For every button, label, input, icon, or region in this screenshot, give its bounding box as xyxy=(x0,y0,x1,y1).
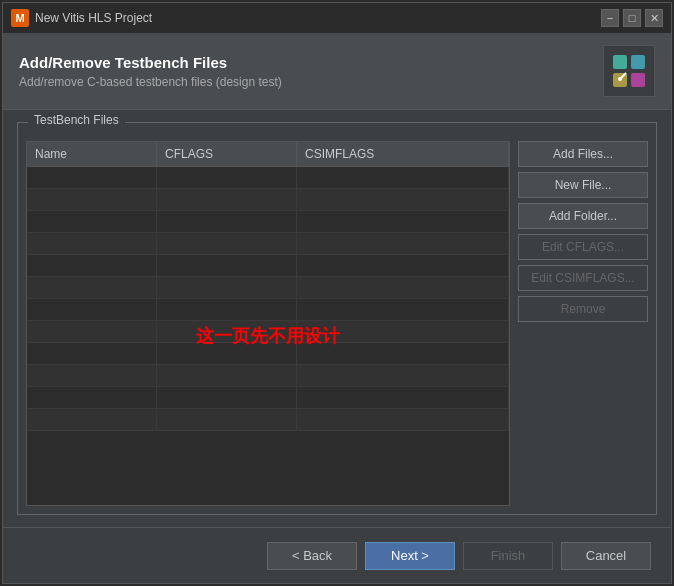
svg-rect-1 xyxy=(631,55,645,69)
column-header-name: Name xyxy=(27,142,157,166)
add-folder-button[interactable]: Add Folder... xyxy=(518,203,648,229)
window-title: New Vitis HLS Project xyxy=(35,11,595,25)
remove-button[interactable]: Remove xyxy=(518,296,648,322)
add-files-button[interactable]: Add Files... xyxy=(518,141,648,167)
page-subtitle: Add/remove C-based testbench files (desi… xyxy=(19,75,282,89)
svg-point-5 xyxy=(618,77,622,81)
back-button[interactable]: < Back xyxy=(267,542,357,570)
table-row[interactable] xyxy=(27,277,509,299)
maximize-button[interactable]: □ xyxy=(623,9,641,27)
table-row[interactable] xyxy=(27,343,509,365)
cancel-button[interactable]: Cancel xyxy=(561,542,651,570)
column-header-csimflags: CSIMFLAGS xyxy=(297,142,509,166)
column-header-cflags: CFLAGS xyxy=(157,142,297,166)
table-row[interactable] xyxy=(27,299,509,321)
table-area: Name CFLAGS CSIMFLAGS xyxy=(18,133,656,514)
table-body[interactable]: 这一页先不用设计 xyxy=(27,167,509,505)
svg-rect-3 xyxy=(631,73,645,87)
page-header: Add/Remove Testbench Files Add/remove C-… xyxy=(3,33,671,110)
next-button[interactable]: Next > xyxy=(365,542,455,570)
table-row[interactable] xyxy=(27,365,509,387)
title-bar: M New Vitis HLS Project − □ ✕ xyxy=(3,3,671,33)
header-text: Add/Remove Testbench Files Add/remove C-… xyxy=(19,54,282,89)
window-controls: − □ ✕ xyxy=(601,9,663,27)
table-row[interactable] xyxy=(27,321,509,343)
window: M New Vitis HLS Project − □ ✕ Add/Remove… xyxy=(2,2,672,584)
footer: < Back Next > Finish Cancel xyxy=(3,527,671,583)
table-row[interactable] xyxy=(27,211,509,233)
svg-rect-0 xyxy=(613,55,627,69)
main-content: TestBench Files Name CFLAGS CSIMFLAGS xyxy=(3,110,671,527)
table-row[interactable] xyxy=(27,233,509,255)
testbench-files-group: TestBench Files Name CFLAGS CSIMFLAGS xyxy=(17,122,657,515)
table-row[interactable] xyxy=(27,387,509,409)
minimize-button[interactable]: − xyxy=(601,9,619,27)
side-buttons-panel: Add Files... New File... Add Folder... E… xyxy=(510,141,648,506)
table-row[interactable] xyxy=(27,255,509,277)
finish-button[interactable]: Finish xyxy=(463,542,553,570)
table-row[interactable] xyxy=(27,409,509,431)
header-icon xyxy=(603,45,655,97)
page-title: Add/Remove Testbench Files xyxy=(19,54,282,71)
new-file-button[interactable]: New File... xyxy=(518,172,648,198)
table-row[interactable] xyxy=(27,167,509,189)
edit-csimflags-button[interactable]: Edit CSIMFLAGS... xyxy=(518,265,648,291)
table-header: Name CFLAGS CSIMFLAGS xyxy=(27,142,509,167)
files-table: Name CFLAGS CSIMFLAGS xyxy=(26,141,510,506)
group-label: TestBench Files xyxy=(28,113,125,127)
table-row[interactable] xyxy=(27,189,509,211)
close-button[interactable]: ✕ xyxy=(645,9,663,27)
edit-cflags-button[interactable]: Edit CFLAGS... xyxy=(518,234,648,260)
app-icon: M xyxy=(11,9,29,27)
